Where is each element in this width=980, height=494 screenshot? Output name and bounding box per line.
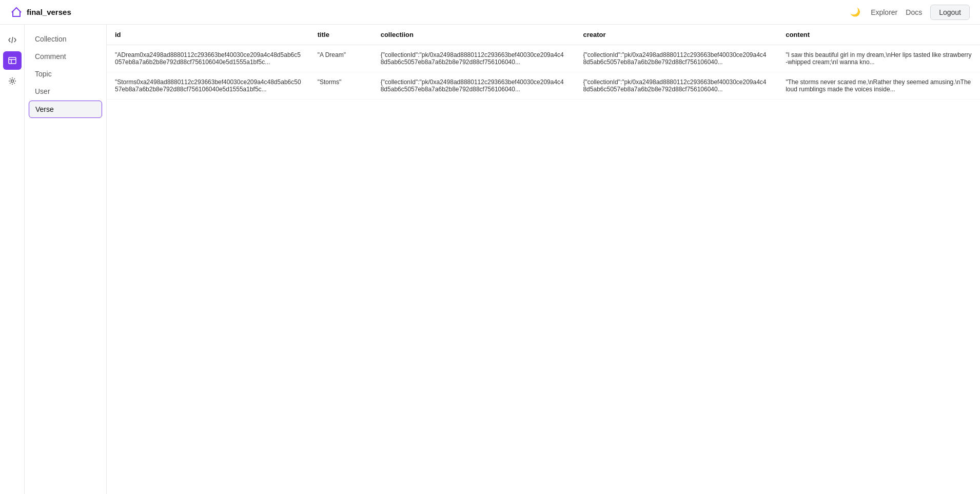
app-logo <box>10 6 23 18</box>
nav-item-topic[interactable]: Topic <box>29 66 102 82</box>
topbar-right: 🌙 Explorer Docs Logout <box>848 5 970 20</box>
data-table: id title collectiion creator content "AD… <box>107 25 980 100</box>
nav-item-user[interactable]: User <box>29 83 102 100</box>
dark-mode-button[interactable]: 🌙 <box>848 5 863 19</box>
logout-button[interactable]: Logout <box>930 5 970 20</box>
col-header-collection: collectiion <box>373 25 575 45</box>
cell-id-0: "ADream0xa2498ad8880112c293663bef40030ce… <box>107 45 309 72</box>
cell-content-1: "The storms never scared me,\nRather the… <box>777 72 980 100</box>
icon-sidebar <box>0 25 25 494</box>
col-header-content: content <box>777 25 980 45</box>
sidebar-icon-code[interactable] <box>3 31 22 49</box>
cell-title-0: "A Dream" <box>309 45 373 72</box>
nav-item-collection[interactable]: Collection <box>29 31 102 47</box>
svg-point-4 <box>11 80 13 83</box>
topbar-left: final_verses <box>10 6 71 18</box>
nav-sidebar: Collection Comment Topic User Verse <box>25 25 107 494</box>
app-title: final_verses <box>27 8 71 16</box>
col-header-title: title <box>309 25 373 45</box>
cell-collection-0: {"collectionId":"pk/0xa2498ad8880112c293… <box>373 45 575 72</box>
content-area: id title collectiion creator content "AD… <box>107 25 980 494</box>
col-header-id: id <box>107 25 309 45</box>
table-body: "ADream0xa2498ad8880112c293663bef40030ce… <box>107 45 980 100</box>
svg-line-0 <box>12 37 13 43</box>
table-row[interactable]: "Storms0xa2498ad8880112c293663bef40030ce… <box>107 72 980 100</box>
main-layout: Collection Comment Topic User Verse id t… <box>0 25 980 494</box>
cell-id-1: "Storms0xa2498ad8880112c293663bef40030ce… <box>107 72 309 100</box>
cell-content-0: "I saw this beautiful girl in my dream,\… <box>777 45 980 72</box>
cell-title-1: "Storms" <box>309 72 373 100</box>
cell-collection-1: {"collectionId":"pk/0xa2498ad8880112c293… <box>373 72 575 100</box>
cell-creator-1: {"collectionId":"pk/0xa2498ad8880112c293… <box>575 72 777 100</box>
svg-rect-1 <box>9 57 16 64</box>
table-header: id title collectiion creator content <box>107 25 980 45</box>
docs-link[interactable]: Docs <box>906 8 922 16</box>
nav-item-comment[interactable]: Comment <box>29 48 102 65</box>
table-row[interactable]: "ADream0xa2498ad8880112c293663bef40030ce… <box>107 45 980 72</box>
topbar: final_verses 🌙 Explorer Docs Logout <box>0 0 980 25</box>
col-header-creator: creator <box>575 25 777 45</box>
cell-creator-0: {"collectionId":"pk/0xa2498ad8880112c293… <box>575 45 777 72</box>
sidebar-icon-table[interactable] <box>3 51 22 70</box>
sidebar-icon-settings[interactable] <box>3 72 22 90</box>
nav-item-verse[interactable]: Verse <box>29 101 102 118</box>
table-header-row: id title collectiion creator content <box>107 25 980 45</box>
explorer-link[interactable]: Explorer <box>871 8 897 16</box>
